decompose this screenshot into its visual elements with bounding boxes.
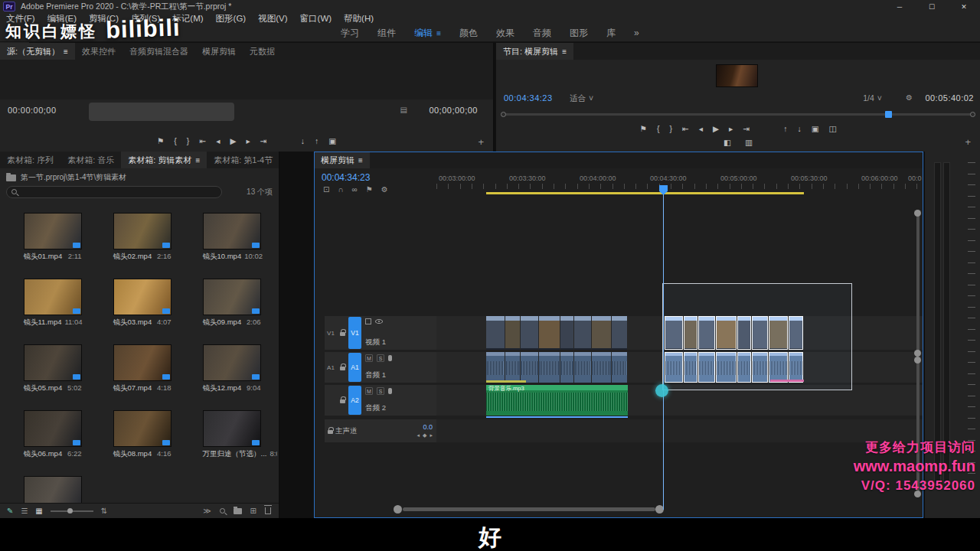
play-icon[interactable]: ▶	[230, 136, 236, 145]
audio-clip[interactable]	[592, 352, 611, 383]
mute-button[interactable]: M	[365, 387, 373, 395]
track-lock-icon[interactable]	[337, 352, 348, 383]
list-view-icon[interactable]: ☰	[21, 507, 28, 515]
clip-thumbnail[interactable]	[203, 410, 261, 447]
voiceover-record-icon[interactable]	[388, 355, 392, 361]
project-item[interactable]: 镜头09.mp42:06	[187, 271, 276, 337]
video-clip[interactable]	[592, 316, 611, 350]
panel-menu-icon[interactable]: ≡	[562, 47, 567, 56]
track-lock-icon[interactable]	[337, 316, 348, 350]
proxy-toggle-icon[interactable]: ◧	[724, 138, 731, 147]
clip-thumbnail[interactable]	[203, 279, 261, 315]
track-target-v1[interactable]: V1	[348, 317, 361, 349]
audio-clip[interactable]	[539, 352, 560, 383]
go-to-in-icon[interactable]: ⇤	[682, 124, 689, 133]
nest-toggle-icon[interactable]: ⊡	[323, 185, 329, 194]
timeline-settings-icon[interactable]: ⚙	[381, 185, 388, 194]
tab-bin-lessons[interactable]: 素材箱: 第1-4节	[207, 152, 279, 168]
clip-thumbnail[interactable]	[113, 344, 172, 381]
snap-magnet-icon[interactable]: ∩	[338, 185, 343, 194]
clip-thumbnail[interactable]	[113, 213, 172, 249]
mark-in-icon[interactable]: {	[657, 124, 660, 133]
button-editor-icon[interactable]: +	[478, 136, 484, 148]
clip-thumbnail[interactable]	[24, 476, 82, 503]
track-target-a1[interactable]: A1	[348, 353, 361, 382]
track-lock-icon[interactable]	[337, 385, 348, 416]
video-clip[interactable]	[486, 316, 505, 350]
project-item[interactable]: 镜头01.mp42:11	[8, 205, 97, 271]
clip-thumbnail[interactable]	[203, 344, 261, 381]
tab-metadata[interactable]: 元数据	[243, 43, 282, 60]
add-marker-icon[interactable]: ⚑	[639, 124, 646, 133]
panel-menu-icon[interactable]: ≡	[64, 47, 68, 56]
audio-clip-group[interactable]	[486, 352, 628, 383]
project-item-partial[interactable]	[8, 468, 97, 503]
workspace-tab-color[interactable]: 颜色	[459, 27, 478, 40]
add-keyframe-icon[interactable]: ◆	[423, 432, 426, 439]
playhead-line[interactable]	[663, 194, 664, 510]
tab-sequence[interactable]: 横屏剪辑	[195, 43, 243, 60]
step-back-icon[interactable]: ◂	[699, 124, 703, 133]
clip-thumbnail[interactable]	[113, 279, 172, 315]
source-timecode[interactable]: 00:00:00;00	[8, 106, 57, 115]
workspace-tab-audio[interactable]: 音频	[533, 27, 551, 40]
tab-sequence-timeline[interactable]: 横屏剪辑≡	[314, 152, 370, 168]
audio-clip[interactable]	[560, 352, 573, 383]
video-clip[interactable]	[521, 316, 538, 350]
step-forward-icon[interactable]: ▸	[247, 136, 250, 145]
scrollbar-zoom-handle[interactable]	[394, 505, 402, 514]
export-frame-icon[interactable]: ▣	[328, 136, 336, 145]
clip-thumbnail[interactable]	[24, 213, 82, 249]
thumbnail-zoom-slider[interactable]	[51, 510, 93, 512]
mark-out-icon[interactable]: }	[187, 136, 190, 145]
music-audio-clip[interactable]: 背景音乐.mp3	[486, 385, 628, 416]
audio-clip[interactable]	[521, 352, 538, 383]
tab-effect-controls[interactable]: 效果控件	[75, 43, 122, 60]
video-clip-group[interactable]	[486, 316, 628, 350]
prev-keyframe-icon[interactable]: ◂	[417, 432, 420, 439]
extract-icon[interactable]: ↓	[797, 124, 801, 133]
tab-source[interactable]: 源:（无剪辑）≡	[0, 43, 75, 60]
timeline-timecode[interactable]: 00:04:34:23	[322, 172, 370, 183]
scrubber-handle-left[interactable]	[501, 112, 506, 117]
sort-icons-icon[interactable]: ⇅	[101, 507, 107, 515]
workspace-tab-graphics[interactable]: 图形	[570, 27, 588, 40]
project-item[interactable]: 镜头11.mp411:04	[8, 271, 97, 337]
audio-clip[interactable]	[612, 352, 627, 383]
workspace-tab-learn[interactable]: 学习	[341, 27, 359, 40]
menu-help[interactable]: 帮助(H)	[338, 13, 380, 24]
tab-audio-clip-mixer[interactable]: 音频剪辑混合器	[122, 43, 195, 60]
breadcrumb-path[interactable]: 第一节.prproj\第1-4节\剪辑素材	[21, 172, 126, 183]
clip-thumbnail[interactable]	[113, 410, 172, 447]
mark-out-icon[interactable]: }	[669, 124, 672, 133]
next-keyframe-icon[interactable]: ▸	[430, 432, 433, 439]
new-item-icon[interactable]: ⊞	[250, 507, 256, 515]
search-input[interactable]	[6, 186, 222, 198]
project-item[interactable]: 镜头03.mp44:07	[97, 271, 187, 337]
source-patch-v1[interactable]: V1	[325, 316, 337, 350]
workspace-overflow-icon[interactable]: »	[634, 28, 639, 38]
resolution-dropdown[interactable]: 1/4˅	[863, 93, 882, 103]
vertical-scrollbar[interactable]	[916, 213, 920, 354]
workspace-tab-editing[interactable]: 编辑≡	[414, 27, 441, 40]
minimize-button[interactable]: ─	[884, 3, 916, 11]
add-marker-icon[interactable]: ⚑	[157, 136, 164, 145]
project-item[interactable]: 镜头08.mp44:16	[97, 403, 187, 468]
video-clip[interactable]	[612, 316, 627, 350]
go-to-in-icon[interactable]: ⇤	[199, 136, 206, 145]
maximize-button[interactable]: ☐	[916, 3, 948, 11]
toggle-track-output-icon[interactable]	[375, 319, 383, 324]
add-marker-icon[interactable]: ⚑	[366, 185, 373, 194]
tab-bin-clips[interactable]: 素材箱: 剪辑素材≡	[121, 152, 207, 168]
project-item[interactable]: 镜头05.mp45:02	[8, 337, 97, 403]
program-timecode[interactable]: 00:04:34:23	[504, 93, 553, 103]
clip-thumbnail[interactable]	[24, 344, 82, 381]
project-item[interactable]: 镜头07.mp44:18	[97, 337, 187, 403]
audio-clip[interactable]	[505, 352, 520, 383]
panel-menu-icon[interactable]: ≡	[195, 156, 200, 165]
clip-thumbnail[interactable]	[24, 410, 82, 447]
solo-button[interactable]: S	[377, 387, 384, 395]
close-button[interactable]: ✕	[948, 3, 980, 11]
program-playhead[interactable]	[885, 111, 892, 118]
icon-view-icon[interactable]: ▦	[35, 507, 42, 515]
